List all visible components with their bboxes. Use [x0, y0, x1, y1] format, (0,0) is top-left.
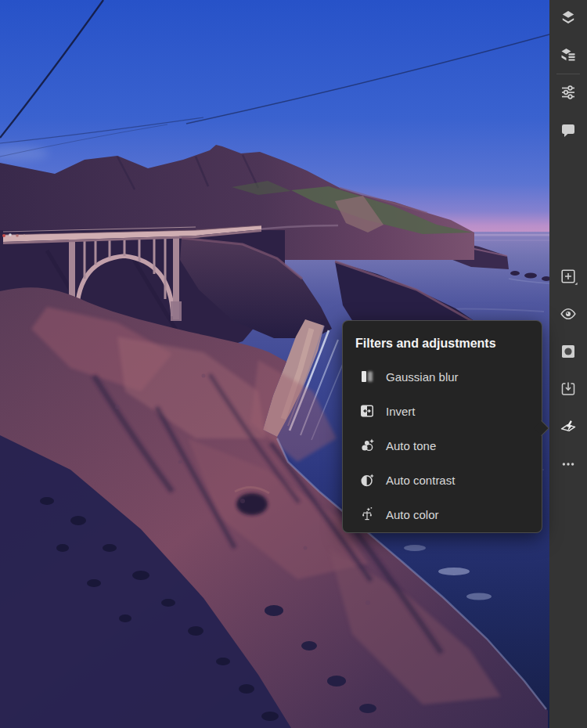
menu-item-auto-contrast[interactable]: Auto contrast — [343, 463, 542, 497]
sidebar-item-comments[interactable] — [556, 117, 581, 142]
toolbar-tool-group — [549, 264, 587, 489]
auto-contrast-icon — [359, 472, 375, 488]
menu-item-auto-color[interactable]: Auto color — [343, 497, 542, 532]
toolbar-top-group — [549, 5, 587, 155]
menu-item-auto-tone[interactable]: Auto tone — [343, 428, 542, 463]
menu-item-label: Auto tone — [386, 439, 436, 452]
photo-editor-window: Filters and adjustments Gaussian blurInv… — [0, 0, 587, 728]
right-toolbar — [549, 0, 587, 728]
layers-icon — [559, 8, 578, 27]
menu-item-label: Gaussian blur — [386, 370, 459, 384]
layer-edit-icon — [559, 45, 578, 64]
auto-tone-icon — [359, 438, 375, 453]
mask-icon — [559, 342, 578, 361]
sidebar-item-adjustments[interactable] — [556, 80, 581, 105]
filters-and-adjustments-popup: Filters and adjustments Gaussian blurInv… — [342, 320, 542, 533]
sliders-icon — [559, 83, 578, 102]
sidebar-item-filters-and-adjustments[interactable] — [556, 414, 581, 439]
filters-menu-list: Gaussian blurInvertAuto toneAuto contras… — [343, 359, 542, 532]
gaussian-blur-icon — [359, 369, 375, 384]
sidebar-item-layers[interactable] — [556, 5, 581, 30]
sidebar-item-place-image[interactable] — [556, 377, 581, 402]
sidebar-item-more-options[interactable] — [556, 452, 581, 477]
popup-title: Filters and adjustments — [343, 321, 542, 359]
menu-item-label: Auto contrast — [386, 474, 455, 487]
toolbar-divider — [556, 74, 580, 74]
sidebar-item-visibility[interactable] — [556, 301, 581, 326]
comment-icon — [559, 121, 578, 139]
sidebar-item-add-layer[interactable] — [556, 264, 581, 289]
auto-color-icon — [359, 506, 375, 522]
eye-icon — [559, 305, 578, 323]
menu-item-label: Invert — [386, 405, 416, 418]
menu-item-label: Auto color — [386, 508, 439, 521]
invert-icon — [359, 403, 375, 419]
add-square-icon — [559, 267, 578, 286]
sidebar-item-layer-properties[interactable] — [556, 42, 581, 67]
filters-icon — [559, 417, 578, 436]
menu-item-invert[interactable]: Invert — [343, 394, 542, 428]
ellipsis-icon — [559, 455, 578, 474]
import-icon — [559, 380, 578, 398]
sidebar-item-mask[interactable] — [556, 339, 581, 364]
menu-item-gaussian-blur[interactable]: Gaussian blur — [343, 359, 542, 394]
